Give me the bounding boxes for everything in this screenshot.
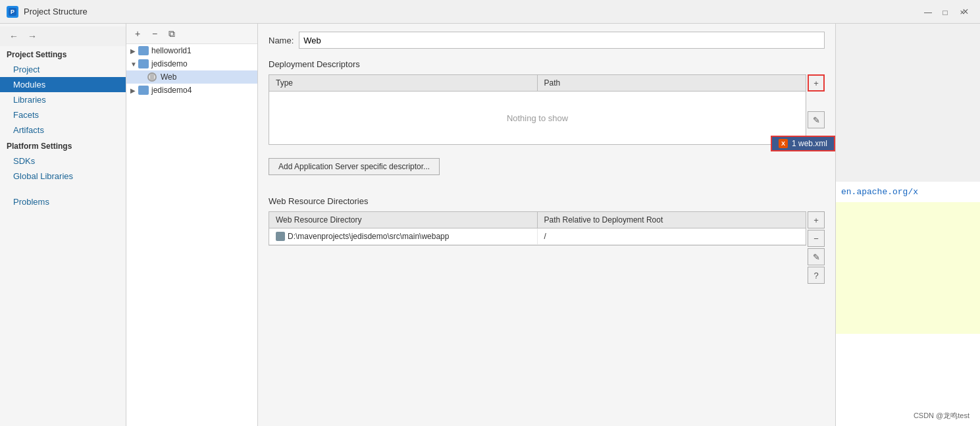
- web-resource-title: Web Resource Directories: [269, 196, 825, 206]
- name-row: Name:: [269, 32, 825, 49]
- platform-settings-header: Platform Settings: [0, 138, 126, 153]
- deployment-descriptors-section: Type Path Nothing to show + X 1 web: [269, 74, 825, 151]
- webapp-icon: [276, 232, 285, 241]
- tree-item-label: helloworld1: [151, 46, 192, 55]
- wr-edit-button[interactable]: ✎: [808, 248, 825, 265]
- tree-item-label: jedisdemo4: [151, 86, 192, 95]
- name-input[interactable]: [299, 32, 825, 49]
- wr-help-button[interactable]: ?: [808, 267, 825, 284]
- project-settings-header: Project Settings: [0, 46, 126, 62]
- tree-item-label: Web: [161, 72, 176, 82]
- wr-col-dir: Web Resource Directory: [269, 212, 538, 228]
- main-content: ← → Project Settings Project Modules Lib…: [0, 24, 980, 426]
- wr-dir-value: D:\mavenprojects\jedisdemo\src\main\weba…: [288, 232, 449, 241]
- wr-table: Web Resource Directory Path Relative to …: [269, 211, 806, 246]
- main-window: P Project Structure × — □ × ← → Project …: [0, 0, 980, 426]
- dd-table-body: Nothing to show: [269, 92, 806, 144]
- watermark: CSDN @龙鸣test: [914, 411, 969, 421]
- sidebar-item-artifacts[interactable]: Artifacts: [0, 122, 126, 138]
- dd-add-button[interactable]: +: [808, 74, 825, 92]
- tree-item-web[interactable]: Web: [126, 70, 257, 84]
- dd-dropdown-item[interactable]: X 1 web.xml: [771, 136, 835, 151]
- dd-table-header: Type Path: [269, 75, 806, 92]
- name-label: Name:: [269, 36, 294, 45]
- win-controls: — □ ×: [921, 5, 969, 20]
- tree-item-helloworld1[interactable]: ▶ helloworld1: [126, 44, 257, 57]
- right-panel-content: en.apache.org/x: [836, 182, 980, 202]
- wr-col-path: Path Relative to Deployment Root: [538, 212, 806, 228]
- title-bar: P Project Structure ×: [0, 0, 980, 24]
- sidebar-item-facets[interactable]: Facets: [0, 107, 126, 122]
- deployment-descriptors-title: Deployment Descriptors: [269, 59, 825, 69]
- sidebar-item-problems[interactable]: Problems: [0, 194, 126, 209]
- dropdown-item-label: 1 web.xml: [792, 139, 827, 148]
- dd-col-type: Type: [269, 75, 538, 91]
- add-descriptor-button[interactable]: Add Application Server specific descript…: [269, 158, 440, 175]
- tree-item-jedisdemo[interactable]: ▼ jedisdemo: [126, 57, 257, 70]
- tree-item-label: jedisdemo: [151, 59, 188, 68]
- folder-icon: [138, 46, 149, 55]
- dd-col-path: Path: [538, 75, 806, 91]
- dd-table: Type Path Nothing to show: [269, 74, 806, 145]
- chevron-down-icon: ▼: [130, 61, 138, 68]
- chevron-right-icon: ▶: [130, 47, 138, 55]
- tree-item-jedisdemo4[interactable]: ▶ jedisdemo4: [126, 84, 257, 97]
- right-panel: en.apache.org/x CSDN @龙鸣test: [835, 24, 980, 426]
- sidebar-item-global-libraries[interactable]: Global Libraries: [0, 169, 126, 184]
- minimize-btn[interactable]: —: [921, 5, 935, 20]
- web-module-icon: [147, 72, 158, 82]
- dd-edit-button[interactable]: ✎: [808, 111, 825, 128]
- right-panel-text: en.apache.org/x: [841, 187, 918, 197]
- winclose-btn[interactable]: ×: [955, 5, 969, 20]
- sidebar-item-libraries[interactable]: Libraries: [0, 92, 126, 107]
- sidebar-item-project[interactable]: Project: [0, 62, 126, 77]
- wr-dir-cell: D:\mavenprojects\jedisdemo\src\main\weba…: [269, 228, 538, 244]
- sidebar-item-modules[interactable]: Modules: [0, 77, 126, 92]
- wr-table-row: D:\mavenprojects\jedisdemo\src\main\weba…: [269, 228, 806, 245]
- folder-icon: [138, 59, 149, 68]
- wr-add-button[interactable]: +: [808, 211, 825, 228]
- dd-empty-text: Nothing to show: [507, 113, 568, 123]
- folder-icon: [138, 86, 149, 95]
- wr-remove-button[interactable]: −: [808, 230, 825, 247]
- dd-table-actions: + X 1 web.xml ✎: [808, 74, 825, 128]
- wr-relpath-cell: /: [538, 228, 806, 244]
- sidebar: ← → Project Settings Project Modules Lib…: [0, 24, 126, 426]
- forward-button[interactable]: →: [25, 29, 39, 43]
- tree-copy-button[interactable]: ⧉: [165, 26, 179, 41]
- window-title: Project Structure: [24, 7, 88, 16]
- tree-add-button[interactable]: +: [130, 26, 145, 41]
- web-resource-section: Web Resource Directories Web Resource Di…: [269, 196, 825, 284]
- app-icon: P: [7, 6, 18, 18]
- back-button[interactable]: ←: [7, 29, 21, 43]
- sidebar-item-sdks[interactable]: SDKs: [0, 153, 126, 169]
- wr-table-with-actions: Web Resource Directory Path Relative to …: [269, 211, 825, 284]
- wr-actions: + − ✎ ?: [808, 211, 825, 284]
- tree-remove-button[interactable]: −: [147, 26, 162, 41]
- chevron-right-icon: ▶: [130, 87, 138, 94]
- wr-table-header: Web Resource Directory Path Relative to …: [269, 212, 806, 228]
- maximize-btn[interactable]: □: [938, 5, 952, 20]
- svg-text:P: P: [11, 9, 14, 15]
- nav-arrows: ← →: [0, 26, 126, 46]
- tree-toolbar: + − ⧉: [126, 24, 257, 44]
- detail-panel: Name: Deployment Descriptors Type Path N…: [258, 24, 835, 426]
- xml-icon: X: [779, 139, 788, 148]
- tree-panel: + − ⧉ ▶ helloworld1 ▼ jedisdemo: [126, 24, 258, 426]
